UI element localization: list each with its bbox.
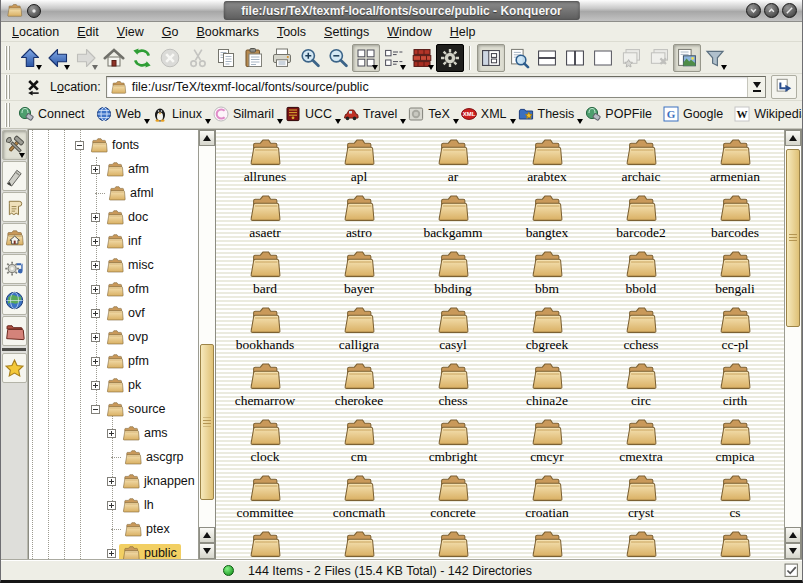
folder-bayer[interactable]: bayer (312, 249, 406, 305)
folder-cmextra[interactable]: cmextra (594, 417, 688, 473)
location-dropdown-button[interactable] (747, 77, 765, 97)
folder-barcode2[interactable]: barcode2 (594, 193, 688, 249)
tree-item-ovp[interactable]: ovp (29, 325, 198, 349)
menu-settings[interactable]: Settings (324, 25, 369, 39)
folder-apl[interactable]: apl (312, 137, 406, 193)
bookmark-popfile[interactable]: POPFile (583, 104, 661, 125)
sidebar-tab-tools[interactable] (2, 130, 27, 160)
scroll-up-button[interactable] (785, 527, 801, 543)
expand-toggle-icon[interactable] (107, 501, 116, 510)
multicolumn-view-button[interactable] (380, 44, 408, 72)
tree-item-lh[interactable]: lh (29, 493, 198, 517)
folder-cc-pl[interactable]: cc-pl (688, 305, 782, 361)
collapse-toggle-icon[interactable] (75, 141, 84, 150)
folder-barcodes[interactable]: barcodes (688, 193, 782, 249)
zoom-out-button[interactable] (324, 44, 352, 72)
location-combobox[interactable]: file:/usr/TeX/texmf-local/fonts/source/p… (106, 76, 766, 98)
expand-toggle-icon[interactable] (91, 261, 100, 270)
folder-partial[interactable] (218, 529, 312, 560)
folder-cirth[interactable]: cirth (688, 361, 782, 417)
clear-location-button[interactable] (21, 75, 45, 99)
folder-arabtex[interactable]: arabtex (500, 137, 594, 193)
menu-location[interactable]: Location (12, 25, 59, 39)
folder-archaic[interactable]: archaic (594, 137, 688, 193)
show-sidebar-button[interactable] (477, 44, 505, 72)
zoom-in-button[interactable] (296, 44, 324, 72)
expand-toggle-icon[interactable] (91, 213, 100, 222)
bookmark-tex[interactable]: TeX (406, 104, 459, 125)
folder-partial[interactable] (594, 529, 688, 560)
print-button[interactable] (268, 44, 296, 72)
folder-bangtex[interactable]: bangtex (500, 193, 594, 249)
tree-item-source[interactable]: source (29, 397, 198, 421)
scroll-up-button[interactable] (785, 130, 801, 146)
statusbar-toggle-icon[interactable] (784, 563, 799, 578)
expand-toggle-icon[interactable] (91, 165, 100, 174)
menu-bookmarks[interactable]: Bookmarks (196, 25, 259, 39)
folder-chess[interactable]: chess (406, 361, 500, 417)
folder-armenian[interactable]: armenian (688, 137, 782, 193)
folder-partial[interactable] (312, 529, 406, 560)
icon-view-button[interactable] (352, 44, 380, 72)
html-images-button[interactable] (673, 44, 701, 72)
up-button[interactable] (16, 44, 44, 72)
tree-item-ofm[interactable]: ofm (29, 277, 198, 301)
split-horizontal-button[interactable] (533, 44, 561, 72)
folder-committee[interactable]: committee (218, 473, 312, 529)
tree-item-pfm[interactable]: pfm (29, 349, 198, 373)
menu-help[interactable]: Help (450, 25, 476, 39)
folder-cmcyr[interactable]: cmcyr (500, 417, 594, 473)
folder-bbding[interactable]: bbding (406, 249, 500, 305)
menu-go[interactable]: Go (162, 25, 179, 39)
filter-button[interactable] (701, 44, 729, 72)
single-view-button[interactable] (589, 44, 617, 72)
tree-item-doc[interactable]: doc (29, 205, 198, 229)
copy-button[interactable] (212, 44, 240, 72)
sidebar-tab-home-folder[interactable] (2, 223, 27, 253)
folder-bard[interactable]: bard (218, 249, 312, 305)
menu-window[interactable]: Window (387, 25, 431, 39)
close-button[interactable] (782, 3, 797, 18)
menu-tools[interactable]: Tools (277, 25, 306, 39)
back-button[interactable] (44, 44, 72, 72)
expand-toggle-icon[interactable] (107, 429, 116, 438)
tree-item-inf[interactable]: inf (29, 229, 198, 253)
go-button[interactable] (771, 75, 797, 99)
scrollbar-thumb[interactable] (200, 344, 214, 500)
tree-item-afml[interactable]: afml (29, 181, 198, 205)
folder-casyl[interactable]: casyl (406, 305, 500, 361)
expand-toggle-icon[interactable] (91, 309, 100, 318)
folder-circ[interactable]: circ (594, 361, 688, 417)
tree-item-ovf[interactable]: ovf (29, 301, 198, 325)
folder-cherokee[interactable]: cherokee (312, 361, 406, 417)
scroll-up-button[interactable] (199, 130, 215, 146)
expand-toggle-icon[interactable] (91, 357, 100, 366)
tree-item-public[interactable]: public (29, 541, 198, 560)
folder-partial[interactable] (406, 529, 500, 560)
folder-bengali[interactable]: bengali (688, 249, 782, 305)
sidebar-tab-history-scroll[interactable] (2, 192, 27, 222)
menu-view[interactable]: View (117, 25, 144, 39)
bookmark-ucc[interactable]: UCC (283, 104, 341, 125)
bookmark-wikipedia[interactable]: WWikipedia (732, 104, 803, 125)
bookmarkbar-drag-handle[interactable] (5, 103, 12, 127)
collapse-toggle-icon[interactable] (91, 405, 100, 414)
bookmark-xml[interactable]: XMLXML (459, 104, 516, 125)
sidebar-tab-network-globe[interactable] (2, 285, 27, 315)
locationbar-drag-handle[interactable] (5, 75, 12, 99)
folder-concrete[interactable]: concrete (406, 473, 500, 529)
scroll-up-button[interactable] (199, 527, 215, 543)
bookmark-thesis[interactable]: Thesis (516, 104, 584, 125)
folder-cm[interactable]: cm (312, 417, 406, 473)
bookmark-web[interactable]: Web (94, 104, 150, 125)
expand-toggle-icon[interactable] (91, 285, 100, 294)
folder-partial[interactable] (688, 529, 782, 560)
detailed-list-view-button[interactable] (408, 44, 436, 72)
find-file-button[interactable] (505, 44, 533, 72)
home-button[interactable] (100, 44, 128, 72)
paste-button[interactable] (240, 44, 268, 72)
scrollbar-thumb[interactable] (786, 149, 800, 327)
sidebar-tab-pen[interactable] (2, 161, 27, 191)
gear-button[interactable] (436, 44, 464, 72)
menu-edit[interactable]: Edit (77, 25, 99, 39)
